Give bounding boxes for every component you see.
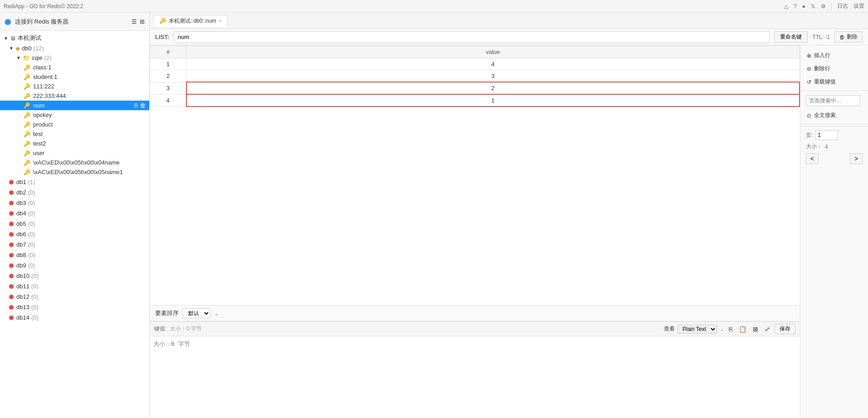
minus-icon: ⊖ xyxy=(807,66,811,72)
sort-select[interactable]: 默认 升序 降序 xyxy=(182,308,210,318)
delete-key-icon[interactable]: 🗑 xyxy=(140,102,146,109)
sidebar-key-111_222[interactable]: 🔑111:222 xyxy=(0,82,149,91)
sidebar-db14[interactable]: db14(0) xyxy=(0,312,149,323)
connect-icon: ⬤ xyxy=(5,18,11,25)
db-dot-icon xyxy=(9,201,14,205)
clear-icon[interactable]: ⊠ xyxy=(751,325,760,334)
sidebar-key-user[interactable]: 🔑user xyxy=(0,148,149,158)
tab-key-icon: 🔑 xyxy=(159,18,166,24)
data-panel: # value 14233241 要素排序 默认 升序 降序 xyxy=(150,45,800,418)
paste-icon[interactable]: 📋 xyxy=(737,325,748,334)
insert-row-button[interactable]: ⊕ 插入行 xyxy=(800,49,868,62)
table-row[interactable]: 41 xyxy=(150,94,800,107)
sidebar-db10[interactable]: db10(0) xyxy=(0,271,149,281)
copy-icon[interactable]: ⎘ xyxy=(727,325,734,334)
sidebar-db3[interactable]: db3(0) xyxy=(0,198,149,208)
sidebar-db9[interactable]: db9(0) xyxy=(0,260,149,271)
value-textarea[interactable] xyxy=(150,336,800,418)
cell-num: 3 xyxy=(150,82,186,94)
server-item[interactable]: ▼ 🖥 本机测试 xyxy=(0,33,149,44)
server-label: 本机测试 xyxy=(18,34,41,42)
question-icon[interactable]: ? xyxy=(794,3,797,10)
sidebar-key-product[interactable]: 🔑product xyxy=(0,120,149,129)
sidebar-db1[interactable]: db1(1) xyxy=(0,177,149,187)
key-icon: 🔑 xyxy=(24,141,30,147)
data-table: # value 14233241 xyxy=(150,45,800,305)
insert-row-label: 插入行 xyxy=(814,52,830,59)
sidebar-key-class_1[interactable]: 🔑class:1 xyxy=(0,63,149,72)
db-label: db9 xyxy=(16,262,26,269)
sidebar-db7[interactable]: db7(0) xyxy=(0,239,149,250)
key-type-label: LIST: xyxy=(155,34,169,40)
cqie-folder[interactable]: ▼ 📁 cqie (2) xyxy=(0,53,149,63)
sidebar-key-student_1[interactable]: 🔑student:1 xyxy=(0,72,149,82)
sidebar-db2[interactable]: db2(0) xyxy=(0,187,149,198)
key-name-input[interactable] xyxy=(174,31,770,43)
table-row[interactable]: 32 xyxy=(150,82,800,94)
sidebar-db11[interactable]: db11(0) xyxy=(0,281,149,292)
db-label: db4 xyxy=(16,210,26,217)
db-list: db1(1)db2(0)db3(0)db4(0)db5(0)db6(0)db7(… xyxy=(0,177,149,323)
main-content: 🔑 本机测试::db0::num × LIST: 重命名键 TTL: -1 🗑 … xyxy=(150,13,868,418)
sort-chevron-icon: ⌄ xyxy=(214,310,219,317)
search-icon: ⊙ xyxy=(807,112,811,119)
menu-icon[interactable]: ☰ xyxy=(132,18,137,25)
full-search-label: 全文搜索 xyxy=(814,112,836,119)
tab-close-btn[interactable]: × xyxy=(219,18,222,24)
sidebar-key-_xAC_xED_x00_x05t_x00_x04name[interactable]: 🔑\xAC\xED\x00\x05t\x00\x04name xyxy=(0,158,149,167)
sidebar-key-test[interactable]: 🔑test xyxy=(0,129,149,139)
rename-key-button[interactable]: 重命名键 xyxy=(774,31,808,43)
expand-icon[interactable]: ⤢ xyxy=(763,325,772,334)
key-icon: 🔑 xyxy=(24,122,30,128)
table-row[interactable]: 14 xyxy=(150,58,800,70)
circle-icon[interactable]: ● xyxy=(802,3,805,10)
sidebar-key-num[interactable]: 🔑num⎘🗑 xyxy=(0,101,149,110)
reload-key-button[interactable]: ↺ 重载键值 xyxy=(800,75,868,88)
sidebar-db4[interactable]: db4(0) xyxy=(0,208,149,219)
log-button[interactable]: 日志 xyxy=(837,2,848,10)
save-button[interactable]: 保存 xyxy=(775,324,795,334)
sidebar-db13[interactable]: db13(0) xyxy=(0,302,149,312)
db-label: db14 xyxy=(16,314,29,321)
key-icon: 🔑 xyxy=(24,160,30,166)
db-count: (0) xyxy=(31,314,39,321)
db-dot-icon xyxy=(9,263,14,268)
db-count: (0) xyxy=(28,189,35,196)
sidebar: ⬤ 连接到 Redis 服务器 ☰ ⊞ ▼ 🖥 本机测试 ▼ ◆ db0 (12… xyxy=(0,13,150,418)
key-toolbar: LIST: 重命名键 TTL: -1 🗑 删除 xyxy=(150,29,868,45)
page-input[interactable] xyxy=(815,130,838,140)
github-icon[interactable]: ⚙ xyxy=(821,3,826,10)
db-dot-icon xyxy=(9,295,14,299)
sidebar-db8[interactable]: db8(0) xyxy=(0,250,149,260)
warning-icon[interactable]: △ xyxy=(784,3,788,10)
layout-icon[interactable]: ⊞ xyxy=(140,18,145,25)
main-tab[interactable]: 🔑 本机测试::db0::num × xyxy=(153,15,228,27)
page-search-input[interactable] xyxy=(806,95,860,106)
sidebar-key-222_333_444[interactable]: 🔑222:333:444 xyxy=(0,91,149,101)
page-row: 页: xyxy=(806,130,863,140)
prev-page-button[interactable]: < xyxy=(806,153,819,164)
sidebar-db6[interactable]: db6(0) xyxy=(0,229,149,239)
delete-row-button[interactable]: ⊖ 删除行 xyxy=(800,62,868,75)
sidebar-key-opckey[interactable]: 🔑opckey xyxy=(0,110,149,120)
sidebar-db5[interactable]: db5(0) xyxy=(0,219,149,229)
table-row[interactable]: 23 xyxy=(150,70,800,83)
trash-icon: 🗑 xyxy=(839,34,845,40)
page-nav: < > xyxy=(806,153,863,164)
twitter-icon[interactable]: 𝕏 xyxy=(811,3,815,10)
settings-button[interactable]: 设置 xyxy=(853,2,864,10)
db0-item[interactable]: ▼ ◆ db0 (12) xyxy=(0,44,149,53)
key-icon: 🔑 xyxy=(24,93,30,99)
format-select[interactable]: Plain Text JSON Hex xyxy=(678,325,717,334)
db-count: (0) xyxy=(28,210,35,217)
sidebar-key-test2[interactable]: 🔑test2 xyxy=(0,139,149,148)
sidebar-db12[interactable]: db12(0) xyxy=(0,292,149,302)
value-editor: 键值: 大小：0 字节 查看 Plain Text JSON Hex ⌄ ⎘ 📋 xyxy=(150,321,800,418)
sidebar-key-_xAC_xED_x00_x05t_x00_x05name1[interactable]: 🔑\xAC\xED\x00\x05t\x00\x05name1 xyxy=(0,167,149,177)
full-search-button[interactable]: ⊙ 全文搜索 xyxy=(800,109,868,122)
col-header-value: value xyxy=(186,46,800,58)
delete-key-button[interactable]: 🗑 删除 xyxy=(834,31,863,43)
next-page-button[interactable]: > xyxy=(850,153,863,164)
copy-key-icon[interactable]: ⎘ xyxy=(134,102,138,109)
divider1 xyxy=(800,90,868,91)
